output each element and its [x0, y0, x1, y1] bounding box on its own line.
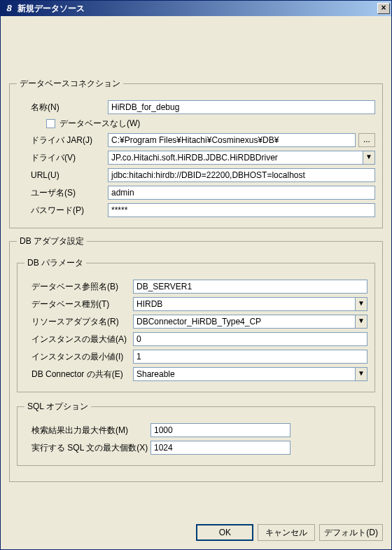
instance-min-input[interactable]	[133, 350, 368, 364]
group-db-adapter-legend: DB アダプタ設定	[17, 235, 87, 247]
group-db-connection-legend: データベースコネクション	[17, 78, 123, 90]
chevron-down-icon[interactable]: ▼	[363, 151, 375, 165]
close-icon[interactable]: ×	[377, 3, 390, 14]
connector-share-combobox[interactable]: ▼	[133, 367, 368, 381]
group-sql-options: SQL オプション 検索結果出力最大件数(M) 実行する SQL 文の最大個数(…	[17, 401, 375, 466]
driver-jar-label: ドライバ JAR(J)	[17, 135, 108, 146]
password-input[interactable]	[108, 203, 375, 217]
instance-min-label: インスタンスの最小値(I)	[24, 351, 133, 363]
driver-input[interactable]	[108, 151, 363, 165]
url-label: URL(U)	[17, 170, 108, 180]
chevron-down-icon[interactable]: ▼	[355, 367, 368, 381]
max-sql-input[interactable]	[150, 441, 290, 455]
driver-label: ドライバ(V)	[17, 152, 108, 164]
group-db-adapter: DB アダプタ設定 DB パラメータ データベース参照名(B) データベース種別…	[9, 235, 383, 482]
app-icon: 8	[4, 3, 15, 14]
db-type-input[interactable]	[133, 297, 355, 311]
ref-name-input[interactable]	[133, 280, 368, 294]
url-input[interactable]	[108, 168, 375, 182]
max-results-label: 検索結果出力最大件数(M)	[24, 425, 150, 436]
driver-combobox[interactable]: ▼	[108, 151, 375, 165]
name-label: 名称(N)	[17, 102, 108, 114]
window-title: 新規データソース	[18, 3, 377, 15]
connector-share-label: DB Connector の共有(E)	[24, 369, 133, 380]
password-label: パスワード(P)	[17, 205, 108, 216]
ok-button[interactable]: OK	[196, 524, 253, 541]
name-input[interactable]	[108, 100, 375, 114]
max-results-input[interactable]	[150, 423, 290, 437]
group-db-params-legend: DB パラメータ	[24, 257, 86, 269]
group-sql-options-legend: SQL オプション	[24, 401, 91, 413]
default-button[interactable]: デフォルト(D)	[319, 524, 383, 541]
no-database-label: データベースなし(W)	[59, 118, 140, 130]
user-label: ユーザ名(S)	[17, 187, 108, 199]
resource-adapter-input[interactable]	[133, 315, 355, 329]
resource-adapter-label: リソースアダプタ名(R)	[24, 316, 133, 328]
dialog-window: 8 新規データソース × データベースコネクション 名称(N) データベースなし…	[0, 0, 392, 550]
chevron-down-icon[interactable]: ▼	[355, 315, 368, 329]
group-db-params: DB パラメータ データベース参照名(B) データベース種別(T) ▼	[17, 257, 375, 392]
instance-max-input[interactable]	[133, 332, 368, 346]
instance-max-label: インスタンスの最大値(A)	[24, 334, 133, 345]
user-input[interactable]	[108, 186, 375, 200]
connector-share-input[interactable]	[133, 367, 355, 381]
db-type-combobox[interactable]: ▼	[133, 297, 368, 311]
chevron-down-icon[interactable]: ▼	[355, 297, 368, 311]
button-row: OK キャンセル デフォルト(D)	[1, 517, 391, 549]
ref-name-label: データベース参照名(B)	[24, 281, 133, 293]
db-type-label: データベース種別(T)	[24, 298, 133, 310]
content-area: データベースコネクション 名称(N) データベースなし(W) ドライバ JAR(…	[1, 16, 391, 517]
titlebar: 8 新規データソース ×	[1, 1, 391, 16]
cancel-button[interactable]: キャンセル	[258, 524, 315, 541]
max-sql-label: 実行する SQL 文の最大個数(X)	[24, 442, 150, 454]
resource-adapter-combobox[interactable]: ▼	[133, 315, 368, 329]
browse-button[interactable]: ...	[358, 133, 375, 147]
group-db-connection: データベースコネクション 名称(N) データベースなし(W) ドライバ JAR(…	[9, 78, 383, 228]
driver-jar-input[interactable]	[108, 133, 356, 147]
no-database-checkbox[interactable]	[46, 119, 55, 128]
